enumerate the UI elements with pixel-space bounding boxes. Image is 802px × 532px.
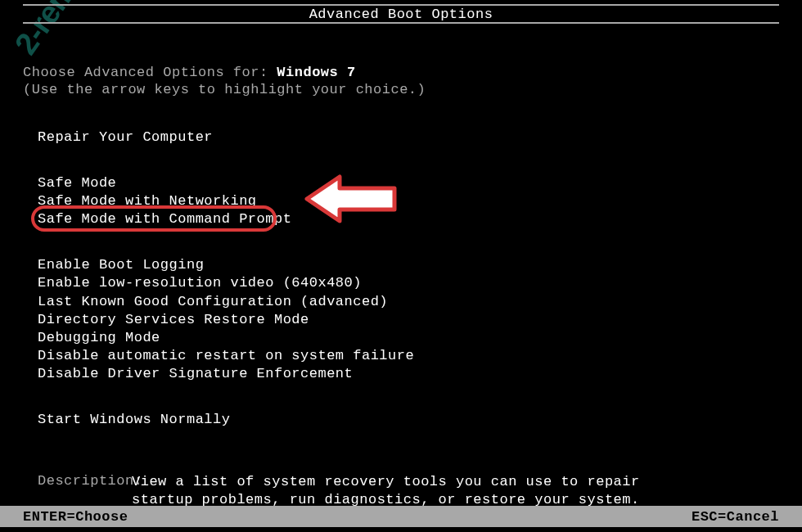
menu-safe-mode-cmd-label: Safe Mode with Command Prompt [38, 211, 291, 227]
menu-debug[interactable]: Debugging Mode [23, 329, 779, 347]
menu-no-auto-restart[interactable]: Disable automatic restart on system fail… [23, 347, 779, 365]
os-name: Windows 7 [277, 65, 355, 80]
description-text: View a list of system recovery tools you… [132, 473, 640, 509]
content-area: Choose Advanced Options for: Windows 7 (… [23, 65, 779, 509]
menu-safe-mode-networking[interactable]: Safe Mode with Networking [23, 192, 779, 210]
description-label: Description: [38, 473, 132, 489]
menu-ds-restore[interactable]: Directory Services Restore Mode [23, 311, 779, 329]
boot-screen: Advanced Boot Options Choose Advanced Op… [0, 0, 802, 532]
footer-enter: ENTER=Choose [23, 509, 128, 525]
menu-safe-mode[interactable]: Safe Mode [23, 174, 779, 192]
menu-safe-mode-cmd[interactable]: Safe Mode with Command Prompt [23, 210, 779, 228]
menu-boot-logging[interactable]: Enable Boot Logging [23, 256, 779, 274]
menu-start-normally[interactable]: Start Windows Normally [23, 411, 779, 429]
menu-no-driver-sig[interactable]: Disable Driver Signature Enforcement [23, 365, 779, 383]
description-block: Description: View a list of system recov… [23, 473, 779, 509]
instruction-prefix: Choose Advanced Options for: [23, 65, 277, 80]
description-line-1: View a list of system recovery tools you… [132, 473, 640, 491]
page-title: Advanced Boot Options [304, 7, 498, 22]
instruction-line: Choose Advanced Options for: Windows 7 [23, 65, 779, 80]
menu-last-known[interactable]: Last Known Good Configuration (advanced) [23, 293, 779, 311]
footer-esc: ESC=Cancel [692, 509, 779, 525]
footer-bar: ENTER=Choose ESC=Cancel [0, 506, 802, 527]
hint-line: (Use the arrow keys to highlight your ch… [23, 82, 779, 97]
title-bar: Advanced Boot Options [23, 4, 779, 24]
menu-repair[interactable]: Repair Your Computer [23, 128, 779, 147]
menu-low-res[interactable]: Enable low-resolution video (640x480) [23, 274, 779, 292]
